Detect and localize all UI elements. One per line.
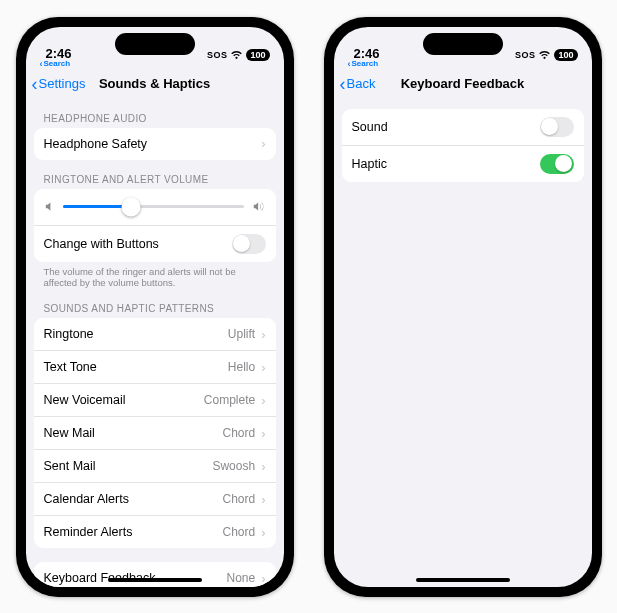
nav-bar: ‹ Settings Sounds & Haptics: [26, 69, 284, 99]
row-label: Sent Mail: [44, 459, 96, 473]
row-value: Uplift: [228, 327, 255, 341]
chevron-right-icon: ›: [261, 492, 265, 507]
row-change-with-buttons: Change with Buttons: [34, 225, 276, 262]
chevron-right-icon: ›: [261, 459, 265, 474]
status-sos: SOS: [207, 50, 228, 60]
chevron-right-icon: ›: [261, 525, 265, 540]
nav-back-button[interactable]: ‹ Settings: [32, 69, 86, 99]
row-value: Swoosh: [212, 459, 255, 473]
row-label: Headphone Safety: [44, 137, 148, 151]
settings-content[interactable]: HEADPHONE AUDIO Headphone Safety › RINGT…: [26, 99, 284, 587]
status-search-label: Search: [44, 59, 71, 68]
row-value: Hello: [228, 360, 255, 374]
row-label: Calendar Alerts: [44, 492, 129, 506]
status-battery: 100: [554, 49, 577, 61]
status-back-search[interactable]: ‹ Search: [348, 59, 379, 69]
nav-back-label: Back: [347, 76, 376, 91]
slider-thumb[interactable]: [122, 197, 141, 216]
chevron-right-icon: ›: [261, 393, 265, 408]
group-headphone: Headphone Safety ›: [34, 128, 276, 160]
row-label: Change with Buttons: [44, 237, 159, 251]
row-calendar-alerts[interactable]: Calendar Alerts Chord›: [34, 482, 276, 515]
group-keyboard-lock: Keyboard Feedback None› Lock Sound: [34, 562, 276, 586]
row-reminder-alerts[interactable]: Reminder Alerts Chord›: [34, 515, 276, 548]
status-search-label: Search: [352, 59, 379, 68]
row-label: New Mail: [44, 426, 95, 440]
home-indicator[interactable]: [416, 578, 510, 582]
footer-change-note: The volume of the ringer and alerts will…: [34, 262, 276, 290]
row-new-mail[interactable]: New Mail Chord›: [34, 416, 276, 449]
row-text-tone[interactable]: Text Tone Hello›: [34, 350, 276, 383]
row-value: Chord: [222, 525, 255, 539]
group-keyboard-feedback: Sound Haptic: [342, 109, 584, 182]
status-back-search[interactable]: ‹ Search: [40, 59, 71, 69]
row-value: Chord: [222, 492, 255, 506]
chevron-left-icon: ‹: [340, 75, 346, 93]
chevron-right-icon: ›: [261, 136, 265, 151]
wifi-icon: [538, 50, 551, 60]
row-value: Complete: [204, 393, 255, 407]
volume-slider[interactable]: [63, 200, 244, 214]
page-title: Sounds & Haptics: [99, 76, 210, 91]
chevron-right-icon: ›: [261, 327, 265, 342]
row-haptic: Haptic: [342, 145, 584, 182]
row-volume-slider: [34, 189, 276, 225]
notch: [115, 33, 195, 55]
row-label: Text Tone: [44, 360, 97, 374]
chevron-right-icon: ›: [261, 360, 265, 375]
row-label: Ringtone: [44, 327, 94, 341]
row-label: Haptic: [352, 157, 387, 171]
chevron-left-icon: ‹: [40, 59, 43, 69]
phone-right: 2:46 SOS 100 ‹ Search ‹ Back Keyboard Fe…: [324, 17, 602, 597]
row-label: Reminder Alerts: [44, 525, 133, 539]
switch-change-with-buttons[interactable]: [232, 234, 266, 254]
screen: 2:46 SOS 100 ‹ Search ‹ Back Keyboard Fe…: [334, 27, 592, 587]
row-ringtone[interactable]: Ringtone Uplift›: [34, 318, 276, 350]
screen: 2:46 SOS 100 ‹ Search ‹ Settings Sounds …: [26, 27, 284, 587]
settings-content[interactable]: Sound Haptic: [334, 99, 592, 587]
group-ringtone-volume: Change with Buttons: [34, 189, 276, 262]
nav-bar: ‹ Back Keyboard Feedback: [334, 69, 592, 99]
page-title: Keyboard Feedback: [401, 76, 525, 91]
row-label: Sound: [352, 120, 388, 134]
phone-left: 2:46 SOS 100 ‹ Search ‹ Settings Sounds …: [16, 17, 294, 597]
row-headphone-safety[interactable]: Headphone Safety ›: [34, 128, 276, 160]
speaker-high-icon: [252, 201, 266, 212]
row-keyboard-feedback[interactable]: Keyboard Feedback None›: [34, 562, 276, 586]
section-header-ringtone-volume: RINGTONE AND ALERT VOLUME: [34, 160, 276, 189]
speaker-low-icon: [44, 201, 55, 212]
row-value: None: [226, 571, 255, 585]
row-voicemail[interactable]: New Voicemail Complete›: [34, 383, 276, 416]
wifi-icon: [230, 50, 243, 60]
switch-sound[interactable]: [540, 117, 574, 137]
row-value: Chord: [222, 426, 255, 440]
chevron-left-icon: ‹: [348, 59, 351, 69]
section-header-headphone: HEADPHONE AUDIO: [34, 99, 276, 128]
chevron-right-icon: ›: [261, 571, 265, 586]
switch-haptic[interactable]: [540, 154, 574, 174]
notch: [423, 33, 503, 55]
chevron-right-icon: ›: [261, 426, 265, 441]
home-indicator[interactable]: [108, 578, 202, 582]
group-patterns: Ringtone Uplift› Text Tone Hello› New Vo…: [34, 318, 276, 548]
row-sent-mail[interactable]: Sent Mail Swoosh›: [34, 449, 276, 482]
nav-back-label: Settings: [39, 76, 86, 91]
row-sound: Sound: [342, 109, 584, 145]
chevron-left-icon: ‹: [32, 75, 38, 93]
status-battery: 100: [246, 49, 269, 61]
status-sos: SOS: [515, 50, 536, 60]
section-header-patterns: SOUNDS AND HAPTIC PATTERNS: [34, 289, 276, 318]
row-label: New Voicemail: [44, 393, 126, 407]
nav-back-button[interactable]: ‹ Back: [340, 69, 376, 99]
